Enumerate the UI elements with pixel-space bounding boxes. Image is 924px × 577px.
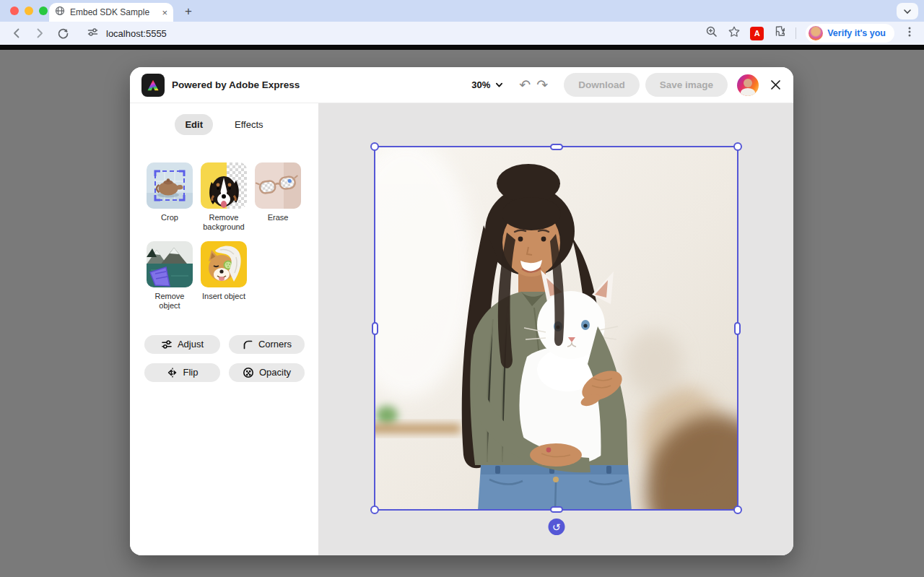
tool-remove-background[interactable]: Remove background xyxy=(201,162,247,231)
redo-icon[interactable]: ↷ xyxy=(533,78,551,92)
zoom-value: 30% xyxy=(471,79,490,90)
opacity-button[interactable]: Opacity xyxy=(229,363,305,382)
zoom-level-dropdown[interactable]: 30% xyxy=(471,79,503,92)
action-label: Adjust xyxy=(178,339,204,350)
tool-label: Remove background xyxy=(201,213,247,231)
tool-remove-object[interactable]: Remove object xyxy=(147,241,193,310)
adobe-express-editor-modal: Powered by Adobe Express 30% ↶ ↷ Downloa… xyxy=(130,67,793,555)
minimize-window-button[interactable] xyxy=(25,6,33,15)
chevron-down-icon xyxy=(495,79,503,92)
action-label: Corners xyxy=(258,339,292,350)
site-settings-icon[interactable] xyxy=(87,26,99,41)
browser-tab-strip: Embed SDK Sample × + xyxy=(0,0,924,22)
macos-window-controls[interactable] xyxy=(10,6,48,15)
remove-object-thumbnail xyxy=(147,241,193,287)
address-bar[interactable]: localhost:5555 xyxy=(87,26,705,41)
download-button[interactable]: Download xyxy=(564,73,640,97)
adobe-extension-icon[interactable]: A xyxy=(750,27,764,40)
tab-search-chevron-button[interactable] xyxy=(897,3,918,19)
undo-icon[interactable]: ↶ xyxy=(516,78,533,92)
close-window-button[interactable] xyxy=(10,6,19,15)
browser-toolbar: localhost:5555 A Verify it's you xyxy=(0,22,924,45)
resize-handle-bottom[interactable] xyxy=(550,506,563,513)
toolbar-divider xyxy=(796,27,796,39)
resize-handle-top[interactable] xyxy=(550,144,563,150)
corner-radius-icon xyxy=(242,339,253,350)
tab-close-icon[interactable]: × xyxy=(162,8,167,17)
tab-effects[interactable]: Effects xyxy=(225,114,274,135)
page-header-strip xyxy=(0,45,924,50)
forward-icon[interactable] xyxy=(32,27,48,40)
resize-handle-left[interactable] xyxy=(372,322,378,335)
reload-icon[interactable] xyxy=(55,27,71,40)
action-label: Opacity xyxy=(259,367,291,378)
opacity-icon xyxy=(243,367,254,378)
flip-button[interactable]: Flip xyxy=(144,363,220,382)
profile-avatar xyxy=(808,26,823,40)
browser-tab[interactable]: Embed SDK Sample × xyxy=(49,3,173,22)
toolbar-right-cluster: A Verify it's you xyxy=(705,24,915,43)
tool-label: Crop xyxy=(161,213,178,222)
tab-edit[interactable]: Edit xyxy=(175,114,213,135)
sidebar-tabs: Edit Effects xyxy=(130,114,318,135)
url-text[interactable]: localhost:5555 xyxy=(106,28,167,39)
corners-button[interactable]: Corners xyxy=(229,335,305,354)
tool-erase[interactable]: Erase xyxy=(255,162,301,231)
resize-handle-bottom-right[interactable] xyxy=(733,506,742,514)
remove-background-thumbnail xyxy=(201,162,247,209)
tab-title: Embed SDK Sample xyxy=(70,7,157,17)
close-editor-icon[interactable] xyxy=(770,79,782,91)
action-buttons: Adjust Corners Flip Opacity xyxy=(130,335,318,382)
verify-label: Verify it's you xyxy=(827,28,886,38)
page-background: Powered by Adobe Express 30% ↶ ↷ Downloa… xyxy=(0,45,924,577)
editor-header: Powered by Adobe Express 30% ↶ ↷ Downloa… xyxy=(130,67,793,103)
editor-sidebar: Edit Effects xyxy=(130,103,318,555)
resize-handle-bottom-left[interactable] xyxy=(370,506,379,514)
editor-canvas[interactable]: ↺ xyxy=(318,103,793,555)
back-icon[interactable] xyxy=(9,27,25,40)
resize-handle-top-right[interactable] xyxy=(733,142,742,151)
bookmark-star-icon[interactable] xyxy=(728,25,741,41)
selection-frame xyxy=(374,146,738,511)
new-tab-button[interactable]: + xyxy=(180,4,196,19)
browser-menu-icon[interactable] xyxy=(904,26,915,40)
sliders-icon xyxy=(161,339,173,350)
brand-title: Powered by Adobe Express xyxy=(172,79,300,90)
extensions-puzzle-icon[interactable] xyxy=(773,25,786,41)
flip-icon xyxy=(167,367,178,378)
adjust-button[interactable]: Adjust xyxy=(144,335,220,354)
header-controls: 30% ↶ ↷ Download Save image xyxy=(471,73,782,97)
insert-object-thumbnail xyxy=(201,241,247,287)
tool-label: Remove object xyxy=(147,292,193,310)
resize-handle-top-left[interactable] xyxy=(370,142,379,151)
editor-body: Edit Effects xyxy=(130,103,793,555)
adobe-express-logo-icon xyxy=(141,74,165,97)
globe-icon xyxy=(55,6,65,19)
zoom-in-icon[interactable] xyxy=(705,25,718,41)
verify-profile-button[interactable]: Verify it's you xyxy=(806,24,894,43)
crop-thumbnail xyxy=(147,162,193,209)
resize-handle-right[interactable] xyxy=(734,322,741,335)
tool-grid: Crop xyxy=(130,162,318,311)
tool-crop[interactable]: Crop xyxy=(147,162,193,231)
save-image-button[interactable]: Save image xyxy=(645,73,728,97)
selected-image[interactable]: ↺ xyxy=(374,146,738,511)
erase-thumbnail xyxy=(255,162,301,209)
action-label: Flip xyxy=(183,367,199,378)
user-avatar[interactable] xyxy=(737,74,759,96)
tool-label: Erase xyxy=(268,213,289,222)
tool-label: Insert object xyxy=(202,292,245,301)
rotate-handle[interactable]: ↺ xyxy=(548,519,565,535)
tool-insert-object[interactable]: Insert object xyxy=(201,241,247,310)
fullscreen-window-button[interactable] xyxy=(39,6,48,15)
